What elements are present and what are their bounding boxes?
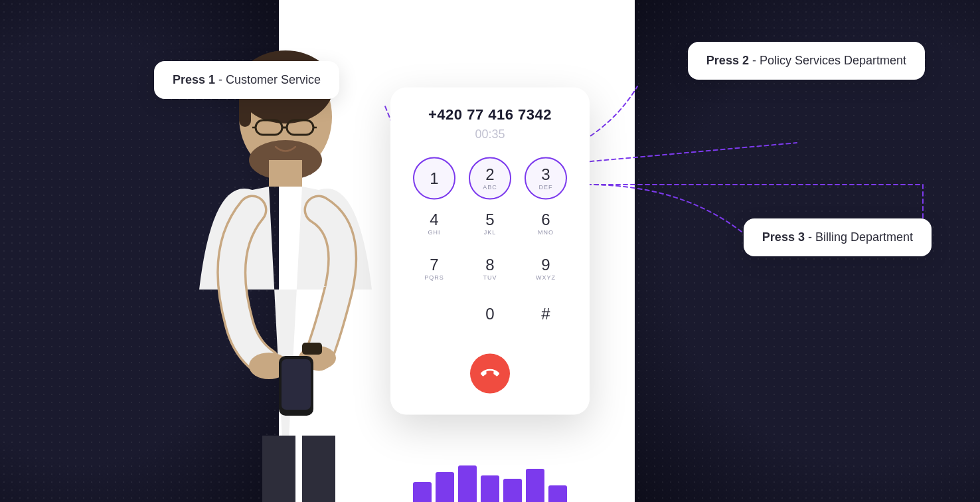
key-num-8: 8	[485, 257, 494, 273]
dial-key-8[interactable]: 8 TUV	[469, 248, 511, 290]
key-num-0: 0	[485, 306, 494, 322]
label-3-bold: Press 3	[762, 230, 805, 244]
key-num-hash: #	[541, 306, 550, 322]
label-card-billing: Press 3 - Billing Department	[744, 218, 932, 256]
label-3-rest: - Billing Department	[805, 230, 913, 244]
key-num-3: 3	[541, 167, 550, 183]
bar-seg-7	[548, 485, 567, 502]
key-num-5: 5	[485, 212, 494, 228]
dial-key-1[interactable]: 1	[413, 157, 455, 200]
dial-key-7[interactable]: 7 PQRS	[413, 248, 455, 290]
label-2-bold: Press 2	[706, 54, 749, 67]
bar-seg-2	[436, 472, 454, 502]
dial-key-hash[interactable]: #	[525, 293, 567, 335]
key-num-1: 1	[430, 171, 438, 187]
bar-seg-3	[458, 465, 477, 502]
phone-number: +420 77 416 7342	[428, 106, 552, 124]
bottom-bar-decoration	[390, 489, 590, 502]
key-letters-6: MNO	[538, 229, 554, 236]
svg-rect-19	[262, 436, 295, 502]
bar-seg-6	[526, 469, 544, 502]
key-letters-7: PQRS	[424, 274, 444, 281]
dial-key-3[interactable]: 3 DEF	[525, 157, 567, 200]
bar-seg-1	[413, 482, 432, 502]
bar-seg-4	[481, 475, 499, 502]
call-timer: 00:35	[475, 127, 505, 141]
key-letters-4: GHI	[428, 229, 440, 236]
key-letters-2: ABC	[483, 184, 497, 191]
key-num-6: 6	[541, 212, 550, 228]
end-call-icon	[481, 365, 499, 383]
key-letters-9: WXYZ	[536, 274, 556, 281]
dial-key-6[interactable]: 6 MNO	[525, 203, 567, 245]
key-letters-3: DEF	[539, 184, 553, 191]
bar-seg-5	[503, 479, 522, 502]
dialer-grid: 1 2 ABC 3 DEF 4 GHI 5 JKL 6 MNO 7 PQRS 8	[406, 157, 574, 335]
dial-key-9[interactable]: 9 WXYZ	[525, 248, 567, 290]
key-num-9: 9	[541, 257, 550, 273]
svg-rect-16	[302, 343, 322, 355]
dial-key-2[interactable]: 2 ABC	[469, 157, 511, 200]
dial-key-0[interactable]: 0	[469, 293, 511, 335]
end-call-button[interactable]	[470, 354, 510, 394]
svg-rect-13	[269, 160, 302, 187]
key-letters-8: TUV	[483, 274, 497, 281]
dial-key-empty	[413, 293, 455, 335]
svg-rect-18	[282, 359, 311, 410]
label-2-rest: - Policy Services Department	[749, 54, 906, 67]
key-num-4: 4	[430, 212, 438, 228]
dial-key-5[interactable]: 5 JKL	[469, 203, 511, 245]
key-letters-5: JKL	[484, 229, 497, 236]
label-card-customer-service: Press 1 - Customer Service	[154, 61, 339, 99]
key-num-2: 2	[485, 167, 494, 183]
key-num-7: 7	[430, 257, 438, 273]
phone-dialer-card: +420 77 416 7342 00:35 1 2 ABC 3 DEF 4 G…	[390, 88, 590, 415]
svg-rect-20	[302, 436, 335, 502]
label-1-rest: - Customer Service	[215, 73, 321, 86]
label-1-bold: Press 1	[173, 73, 215, 86]
dial-key-4[interactable]: 4 GHI	[413, 203, 455, 245]
label-card-policy-services: Press 2 - Policy Services Department	[688, 42, 925, 80]
